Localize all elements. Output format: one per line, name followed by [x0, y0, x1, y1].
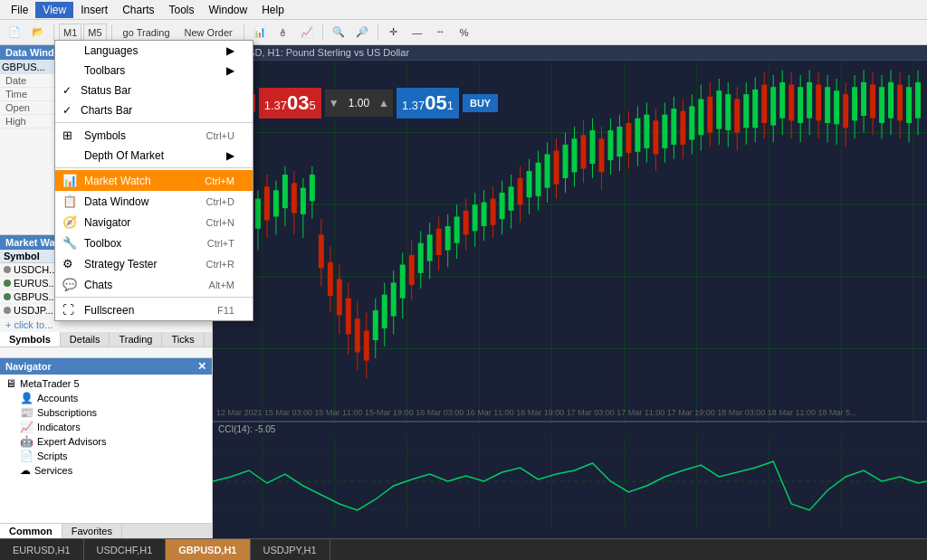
dropdown-item-chartsbar[interactable]: ✓Charts Bar: [55, 100, 253, 120]
menu-help[interactable]: Help: [254, 2, 291, 18]
item-shortcut: Ctrl+U: [188, 130, 234, 141]
dropdown-item-label: Depth Of Market: [84, 149, 164, 162]
dropdown-item-symbols[interactable]: ⊞SymbolsCtrl+U: [55, 125, 253, 146]
item-shortcut: Alt+M: [191, 280, 234, 290]
menu-charts[interactable]: Charts: [115, 2, 161, 18]
item-shortcut: F11: [199, 305, 234, 316]
dropdown-item-label: Toolbox: [84, 237, 121, 250]
dropdown-item-label: Market Watch: [84, 175, 151, 187]
dropdown-item-label: Charts Bar: [81, 104, 132, 117]
menu-bar: File View Insert Charts Tools Window Hel…: [0, 0, 927, 20]
item-icon: ⊞: [62, 128, 79, 142]
dropdown-item-toolbars[interactable]: Toolbars▶: [55, 61, 253, 81]
item-shortcut: Ctrl+M: [186, 176, 234, 186]
item-icon: ⚙: [62, 257, 79, 271]
checkmark-icon: ✓: [62, 84, 77, 97]
dropdown-item-fullscreen[interactable]: ⛶FullscreenF11: [55, 299, 253, 320]
dropdown-separator: [55, 297, 253, 298]
view-dropdown-menu: Languages▶Toolbars▶✓Status Bar✓Charts Ba…: [54, 40, 253, 321]
submenu-arrow-icon: ▶: [226, 64, 234, 77]
dropdown-separator: [55, 122, 253, 123]
menu-view[interactable]: View: [35, 2, 73, 18]
menu-tools[interactable]: Tools: [162, 2, 202, 18]
dropdown-item-label: Strategy Tester: [84, 258, 157, 271]
dropdown-overlay[interactable]: Languages▶Toolbars▶✓Status Bar✓Charts Ba…: [0, 20, 927, 560]
item-shortcut: Ctrl+D: [188, 196, 234, 207]
item-shortcut: Ctrl+R: [188, 259, 234, 270]
dropdown-item-chats[interactable]: 💬ChatsAlt+M: [55, 274, 253, 295]
menu-window[interactable]: Window: [202, 2, 255, 18]
item-icon: 🔧: [62, 236, 79, 250]
item-shortcut: Ctrl+N: [188, 217, 234, 228]
dropdown-item-languages[interactable]: Languages▶: [55, 41, 253, 61]
item-icon: 📋: [62, 195, 79, 208]
dropdown-item-label: Fullscreen: [84, 304, 134, 317]
dropdown-item-navigator[interactable]: 🧭NavigatorCtrl+N: [55, 212, 253, 233]
menu-file[interactable]: File: [4, 2, 35, 18]
dropdown-item-depth[interactable]: Depth Of Market▶: [55, 146, 253, 166]
dropdown-item-statusbar[interactable]: ✓Status Bar: [55, 81, 253, 100]
checkmark-icon: ✓: [62, 104, 77, 117]
item-icon: 📊: [62, 174, 79, 187]
dropdown-item-strategytester[interactable]: ⚙Strategy TesterCtrl+R: [55, 253, 253, 274]
dropdown-item-label: Status Bar: [81, 84, 131, 97]
item-icon: ⛶: [62, 303, 79, 317]
dropdown-item-label: Symbols: [84, 129, 126, 142]
dropdown-item-label: Data Window: [84, 195, 148, 208]
dropdown-item-label: Languages: [84, 44, 138, 57]
item-shortcut: Ctrl+T: [189, 238, 234, 249]
dropdown-item-toolbox[interactable]: 🔧ToolboxCtrl+T: [55, 233, 253, 253]
dropdown-item-datawindow[interactable]: 📋Data WindowCtrl+D: [55, 191, 253, 212]
dropdown-item-label: Navigator: [84, 216, 130, 229]
item-icon: 🧭: [62, 215, 79, 229]
submenu-arrow-icon: ▶: [226, 149, 234, 162]
dropdown-item-label: Chats: [84, 279, 112, 291]
submenu-arrow-icon: ▶: [226, 44, 234, 57]
dropdown-item-marketwatch[interactable]: 📊Market WatchCtrl+M: [55, 170, 253, 191]
item-icon: 💬: [62, 278, 79, 291]
dropdown-separator: [55, 167, 253, 168]
dropdown-item-label: Toolbars: [84, 64, 125, 77]
menu-insert[interactable]: Insert: [73, 2, 115, 18]
